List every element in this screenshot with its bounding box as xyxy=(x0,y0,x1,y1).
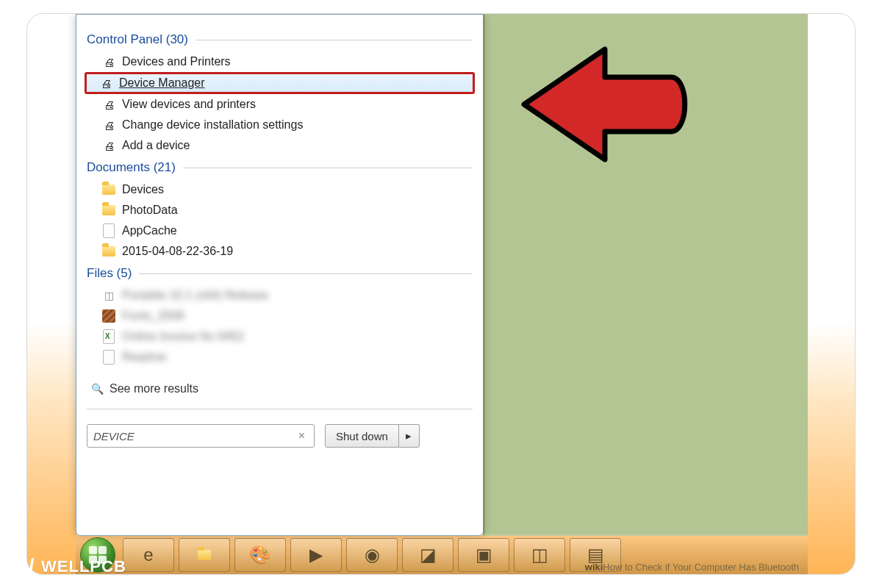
result-label: Change device installation settings xyxy=(122,118,303,132)
printer-icon xyxy=(101,54,116,69)
result-file-3[interactable]: Online Invoice No 8452 xyxy=(87,326,473,347)
divider xyxy=(87,409,473,409)
result-label: Readme xyxy=(122,351,166,364)
search-input[interactable] xyxy=(93,430,295,442)
result-file-2[interactable]: Fonts_2009 xyxy=(87,306,473,326)
result-device-manager[interactable]: Device Manager xyxy=(85,72,475,94)
screenshot-area: Control Panel (30) Devices and Printers … xyxy=(76,14,808,575)
device-manager-icon xyxy=(98,76,113,90)
clear-search-icon[interactable]: × xyxy=(295,429,308,442)
capture-icon: ▣ xyxy=(476,545,492,565)
section-title: Files (5) xyxy=(87,266,132,281)
result-label: Device Manager xyxy=(119,76,205,90)
result-label: 2015-04-08-22-36-19 xyxy=(122,245,233,258)
result-label: Online Invoice No 8452 xyxy=(122,330,244,343)
search-row: × Shut down ▸ xyxy=(76,421,483,458)
wiki-text: How to Check if Your Computer Has Blueto… xyxy=(603,562,799,573)
source-caption: wikiHow to Check if Your Computer Has Bl… xyxy=(585,562,799,573)
brand-text: WELLPCB xyxy=(41,557,126,576)
folder-icon xyxy=(102,205,115,215)
package-icon xyxy=(101,288,116,303)
section-header-files: Files (5) xyxy=(87,266,473,281)
result-label: Devices xyxy=(122,183,164,196)
desktop-background xyxy=(484,14,808,536)
folder-icon xyxy=(198,550,211,560)
taskbar-notes[interactable]: ◪ xyxy=(402,538,453,572)
brand-logo-icon xyxy=(9,554,34,579)
shutdown-button[interactable]: Shut down xyxy=(325,424,399,448)
shutdown-split-button: Shut down ▸ xyxy=(325,424,420,448)
chrome-icon: ◉ xyxy=(365,545,380,565)
tutorial-card: Control Panel (30) Devices and Printers … xyxy=(26,13,856,575)
taskbar-ie[interactable]: e xyxy=(123,538,174,572)
printer-icon xyxy=(101,118,116,132)
brand-watermark: WELLPCB xyxy=(9,554,126,579)
archive-icon xyxy=(102,309,115,323)
result-file-4[interactable]: Readme xyxy=(87,347,473,368)
sticky-note-icon: ◪ xyxy=(420,545,437,565)
taskbar-vm[interactable]: ◫ xyxy=(514,538,565,572)
result-devices-and-printers[interactable]: Devices and Printers xyxy=(87,51,473,72)
taskbar-chrome[interactable]: ◉ xyxy=(346,538,398,572)
section-header-control-panel: Control Panel (30) xyxy=(87,32,473,47)
cube-icon: ◫ xyxy=(531,545,548,565)
folder-icon xyxy=(102,184,115,195)
see-more-label: See more results xyxy=(110,382,198,395)
divider-line xyxy=(196,40,473,40)
taskbar-media-player[interactable]: ▶ xyxy=(290,538,342,572)
result-label: View devices and printers xyxy=(122,98,256,111)
printer-icon xyxy=(101,97,116,112)
taskbar-explorer[interactable] xyxy=(179,538,230,572)
taskbar: e 🎨 ▶ ◉ ◪ ▣ ◫ ▤ wikiHow to Check if Your… xyxy=(76,534,808,575)
start-menu-search-panel: Control Panel (30) Devices and Printers … xyxy=(76,14,484,536)
taskbar-paint[interactable]: 🎨 xyxy=(234,538,286,572)
result-label: Devices and Printers xyxy=(122,55,231,68)
section-title: Control Panel (30) xyxy=(87,32,188,47)
result-file-1[interactable]: Portable 10.1 (x64) Release xyxy=(87,285,473,306)
chevron-right-icon: ▸ xyxy=(406,429,412,442)
ie-icon: e xyxy=(143,545,153,565)
printer-icon xyxy=(101,138,116,153)
folder-icon xyxy=(102,246,115,257)
taskbar-screenshot[interactable]: ▣ xyxy=(458,538,509,572)
shutdown-label: Shut down xyxy=(336,430,388,442)
palette-icon: 🎨 xyxy=(249,545,271,565)
wiki-prefix: wiki xyxy=(585,562,603,573)
file-icon xyxy=(103,223,115,238)
search-box[interactable]: × xyxy=(87,424,315,448)
result-label: Add a device xyxy=(122,139,190,152)
result-label: Fonts_2009 xyxy=(122,309,184,323)
result-doc-timestamp-folder[interactable]: 2015-04-08-22-36-19 xyxy=(87,241,473,262)
divider-line xyxy=(139,273,473,274)
result-view-devices[interactable]: View devices and printers xyxy=(87,94,473,115)
result-doc-photodata[interactable]: PhotoData xyxy=(87,200,473,220)
result-label: AppCache xyxy=(122,224,177,237)
shutdown-options-arrow[interactable]: ▸ xyxy=(399,424,420,448)
result-doc-appcache[interactable]: AppCache xyxy=(87,220,473,241)
divider-line xyxy=(183,168,473,168)
spreadsheet-icon xyxy=(103,329,115,344)
section-title: Documents (21) xyxy=(87,160,176,175)
result-label: Portable 10.1 (x64) Release xyxy=(122,289,268,302)
file-icon xyxy=(103,350,115,365)
play-icon: ▶ xyxy=(309,545,323,565)
magnifier-icon xyxy=(91,382,104,395)
section-header-documents: Documents (21) xyxy=(87,160,473,175)
result-doc-devices[interactable]: Devices xyxy=(87,179,473,200)
see-more-results[interactable]: See more results xyxy=(87,378,473,400)
result-change-installation[interactable]: Change device installation settings xyxy=(87,115,473,135)
result-label: PhotoData xyxy=(122,204,178,217)
result-add-device[interactable]: Add a device xyxy=(87,135,473,156)
